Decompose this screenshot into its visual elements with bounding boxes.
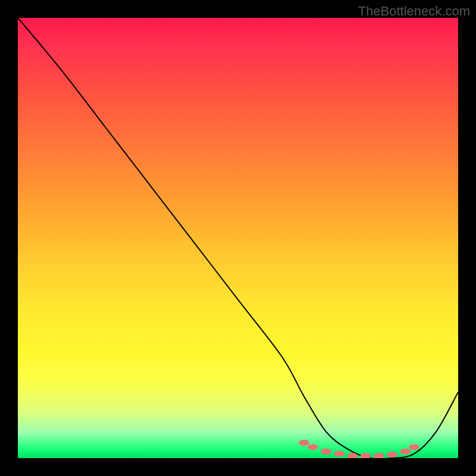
highlight-marker xyxy=(308,444,318,450)
chart-plot-area xyxy=(18,18,458,458)
highlight-marker xyxy=(374,453,384,458)
bottleneck-curve-line xyxy=(18,18,458,458)
highlight-marker xyxy=(409,444,419,450)
highlight-marker xyxy=(299,440,309,446)
watermark-text: TheBottleneck.com xyxy=(358,4,470,19)
highlight-marker xyxy=(334,451,345,457)
highlight-marker xyxy=(361,453,371,458)
chart-svg xyxy=(18,18,458,458)
highlight-marker xyxy=(321,449,331,455)
highlight-marker xyxy=(387,452,397,458)
highlight-marker xyxy=(400,449,411,455)
